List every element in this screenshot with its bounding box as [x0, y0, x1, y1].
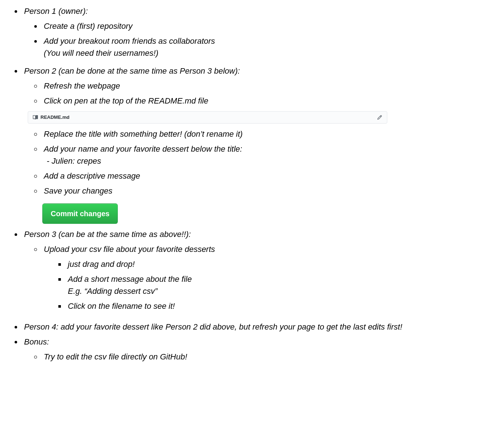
person3-sublist: Upload your csv file about your favorite…	[24, 242, 493, 316]
person3-ss1: just drag and drop!	[66, 257, 493, 272]
person2-b1: Replace the title with something better!…	[42, 126, 493, 141]
readme-filename: README.md	[40, 114, 69, 121]
person3-title: Person 3 (can be at the same time as abo…	[24, 230, 191, 239]
person2-sublist-a: Refresh the webpage Click on pen at the …	[24, 78, 493, 108]
person1-item: Person 1 (owner): Create a (first) repos…	[22, 4, 493, 63]
person2-b3: Add a descriptive message	[42, 168, 493, 183]
instructions-list: Person 1 (owner): Create a (first) repos…	[11, 4, 493, 367]
bonus-sub1: Try to edit the csv file directly on Git…	[42, 349, 493, 364]
bonus-sublist: Try to edit the csv file directly on Git…	[24, 349, 493, 364]
person1-sub1: Create a (first) repository	[42, 19, 493, 34]
book-icon	[32, 114, 38, 120]
readme-file-header: README.md	[28, 111, 387, 124]
person3-sub1: Upload your csv file about your favorite…	[42, 242, 493, 316]
person1-sublist: Create a (first) repository Add your bre…	[24, 19, 493, 61]
person1-title: Person 1 (owner):	[24, 7, 88, 16]
person1-sub2: Add your breakout room friends as collab…	[42, 34, 493, 61]
person4-title: Person 4: add your favorite dessert like…	[24, 322, 402, 331]
person3-ss3: Click on the filename to see it!	[66, 299, 493, 314]
person2-title: Person 2 (can be done at the same time a…	[24, 66, 240, 75]
pencil-icon[interactable]	[377, 114, 383, 120]
person2-item: Person 2 (can be done at the same time a…	[22, 63, 493, 227]
person2-a1: Refresh the webpage	[42, 78, 493, 93]
person3-ss2: Add a short message about the file E.g. …	[66, 272, 493, 299]
person2-a2: Click on pen at the top of the README.md…	[42, 93, 493, 108]
bonus-item: Bonus: Try to edit the csv file directly…	[22, 334, 493, 367]
person2-b4: Save your changes	[42, 183, 493, 198]
person2-sublist-b: Replace the title with something better!…	[24, 126, 493, 198]
person2-b2: Add your name and your favorite dessert …	[42, 141, 493, 168]
person3-item: Person 3 (can be at the same time as abo…	[22, 227, 493, 319]
person3-subsublist: just drag and drop! Add a short message …	[44, 257, 493, 314]
person4-item: Person 4: add your favorite dessert like…	[22, 319, 493, 334]
bonus-title: Bonus:	[24, 337, 49, 346]
commit-changes-button[interactable]: Commit changes	[42, 203, 118, 224]
